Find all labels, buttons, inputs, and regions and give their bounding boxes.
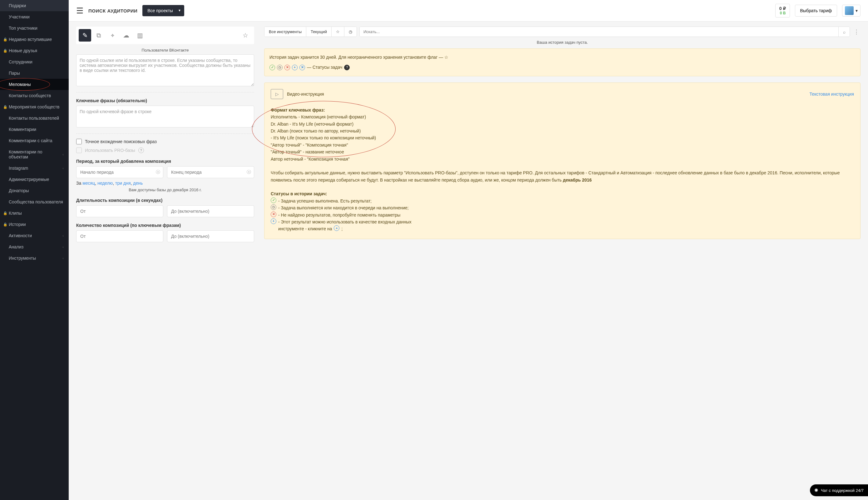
sidebar-item-label: Администрируемые — [9, 177, 49, 182]
sidebar-item-0[interactable]: Подарки — [0, 0, 69, 11]
sidebar-item-label: Меломаны — [9, 82, 31, 87]
clear-icon[interactable]: ⓧ — [247, 169, 251, 175]
text-guide-link[interactable]: Текстовая инструкция — [809, 91, 854, 98]
sidebar-item-15[interactable]: Администрируемые — [0, 174, 69, 185]
sidebar-item-label: Комментарии — [9, 127, 36, 132]
status-plus-icon: + — [271, 218, 276, 224]
sidebar-item-label: Топ участники — [9, 26, 37, 31]
sidebar-item-label: Истории — [9, 222, 26, 227]
tariff-button[interactable]: Выбрать тариф — [795, 5, 837, 16]
balance-b: 0 B — [779, 11, 786, 15]
quick-3days-link[interactable]: три дня — [115, 181, 130, 186]
sidebar-item-5[interactable]: Сотрудники — [0, 56, 69, 68]
exact-match-row[interactable]: Точное вхождение поисковых фраз — [76, 139, 254, 144]
status-ok-icon: ✓ — [271, 197, 276, 203]
copy-icon: ⧉ — [96, 32, 101, 39]
format-line: Dr. Alban - It's My Life (неточный форма… — [271, 121, 854, 127]
count-to-input[interactable] — [167, 230, 254, 242]
copy-tool-button[interactable]: ⧉ — [92, 29, 105, 42]
clock-icon: ◷ — [349, 30, 352, 34]
sidebar-item-16[interactable]: Донаторы — [0, 185, 69, 196]
sidebar-item-20[interactable]: Активности‹ — [0, 230, 69, 241]
search-button[interactable]: ⌕ — [838, 27, 849, 36]
sidebar-item-14[interactable]: Instagram‹ — [0, 162, 69, 174]
chat-icon: ✺ — [814, 488, 818, 493]
quick-day-link[interactable]: день — [133, 181, 143, 186]
favorite-button[interactable]: ☆ — [239, 29, 252, 42]
clear-icon[interactable]: ⓧ — [156, 169, 160, 175]
users-textarea[interactable] — [76, 54, 254, 86]
sidebar-item-8[interactable]: Контакты сообществ — [0, 90, 69, 101]
tab-star[interactable]: ☆ — [331, 27, 344, 36]
tab-clock[interactable]: ◷ — [344, 27, 356, 36]
count-from-input[interactable] — [76, 230, 163, 242]
chat-widget[interactable]: ✺ Чат с поддержкой 24/7 — [810, 484, 868, 496]
pro-note-text: Чтобы собирать актуальные данные, нужно … — [271, 170, 840, 182]
project-select[interactable]: Все проекты — [142, 5, 184, 16]
user-menu[interactable]: ▾ — [842, 5, 860, 16]
page-title: ПОИСК АУДИТОРИИ — [89, 8, 137, 13]
period-end-input[interactable] — [167, 166, 254, 178]
sidebar-item-label: Недавно вступившие — [9, 37, 52, 42]
status-plus2-icon: ✕ — [300, 65, 305, 70]
video-icon: ▷ — [271, 89, 283, 99]
tab-all-tools[interactable]: Все инструменты — [265, 27, 306, 36]
quick-week-link[interactable]: неделю — [97, 181, 113, 186]
sidebar-item-9[interactable]: 🔒Мероприятия сообществ — [0, 101, 69, 113]
quick-month-link[interactable]: месяц — [82, 181, 95, 186]
pin-icon: ⌖ — [111, 32, 114, 39]
balance-box[interactable]: 0 ₽ 0 B — [775, 4, 790, 18]
sidebar-item-1[interactable]: Участники — [0, 11, 69, 23]
format-title: Формат ключевых фраз: — [271, 107, 325, 113]
book-tool-button[interactable]: ▥ — [134, 29, 146, 42]
edit-tool-button[interactable]: ✎ — [79, 29, 91, 42]
duration-to-input[interactable] — [167, 205, 254, 217]
duration-from-input[interactable] — [76, 205, 163, 217]
status-err-icon: ✕ — [284, 65, 290, 70]
sidebar-item-18[interactable]: 🔒Клипы — [0, 207, 69, 219]
keyphrase-textarea[interactable] — [76, 106, 254, 127]
help-icon[interactable]: ? — [344, 65, 350, 70]
exact-match-checkbox[interactable] — [76, 139, 82, 144]
format-line: - It's My Life (поиск только по композиц… — [271, 134, 854, 141]
sidebar-item-3[interactable]: 🔒Недавно вступившие — [0, 34, 69, 45]
sidebar-item-label: Контакты пользователей — [9, 116, 59, 121]
status-plus-icon: + — [292, 65, 297, 70]
sidebar-item-19[interactable]: 🔒Истории — [0, 219, 69, 230]
sidebar-item-22[interactable]: Инструменты‹ — [0, 252, 69, 264]
sidebar-item-label: Пары — [9, 71, 20, 76]
pro-base-checkbox — [76, 148, 82, 153]
history-info-box: История задач хранится 30 дней. Для неог… — [264, 48, 860, 76]
sidebar-item-7[interactable]: Меломаны — [0, 79, 69, 90]
sidebar-item-11[interactable]: Комментарии — [0, 124, 69, 135]
tab-current[interactable]: Текущий — [306, 27, 331, 36]
pro-note-bold: декабрь 2016 — [563, 178, 592, 182]
edit-icon: ✎ — [82, 32, 88, 39]
cloud-tool-button[interactable]: ☁ — [120, 29, 132, 42]
period-start-input[interactable] — [76, 166, 163, 178]
sidebar-item-label: Instagram — [9, 166, 28, 171]
sidebar-item-label: Инструменты — [9, 255, 36, 261]
sidebar-item-4[interactable]: 🔒Новые друзья — [0, 45, 69, 56]
sidebar-item-13[interactable]: Комментарии по объектам‹ — [0, 146, 69, 162]
sidebar-item-2[interactable]: Топ участники — [0, 23, 69, 34]
history-search-input[interactable] — [360, 27, 838, 36]
geo-tool-button[interactable]: ⌖ — [106, 29, 119, 42]
search-icon: ⌕ — [843, 30, 845, 34]
sidebar-item-label: Мероприятия сообществ — [9, 104, 59, 109]
more-menu[interactable]: ⋮ — [852, 29, 860, 35]
history-toolbar: Все инструменты Текущий ☆ ◷ ⌕ ⋮ — [264, 26, 860, 37]
sidebar-item-label: Донаторы — [9, 188, 29, 193]
sidebar-item-10[interactable]: Контакты пользователей — [0, 113, 69, 124]
sidebar-item-21[interactable]: Анализ‹ — [0, 241, 69, 252]
format-line: Dr. Alban (поиск только по автору, неточ… — [271, 127, 854, 134]
guide-box: ▷ Видео-инструкция Текстовая инструкция … — [264, 82, 860, 239]
status-clock-icon: ◷ — [271, 204, 276, 210]
format-line: "Автор точный" - название неточное — [271, 148, 854, 155]
sidebar-item-12[interactable]: Комментарии с сайта — [0, 135, 69, 146]
sidebar-item-6[interactable]: Пары — [0, 68, 69, 79]
sidebar-item-17[interactable]: Сообщества пользователя — [0, 196, 69, 207]
help-icon[interactable]: ? — [138, 148, 144, 153]
star-icon: ☆ — [336, 30, 340, 34]
hamburger-icon[interactable]: ☰ — [76, 7, 83, 15]
